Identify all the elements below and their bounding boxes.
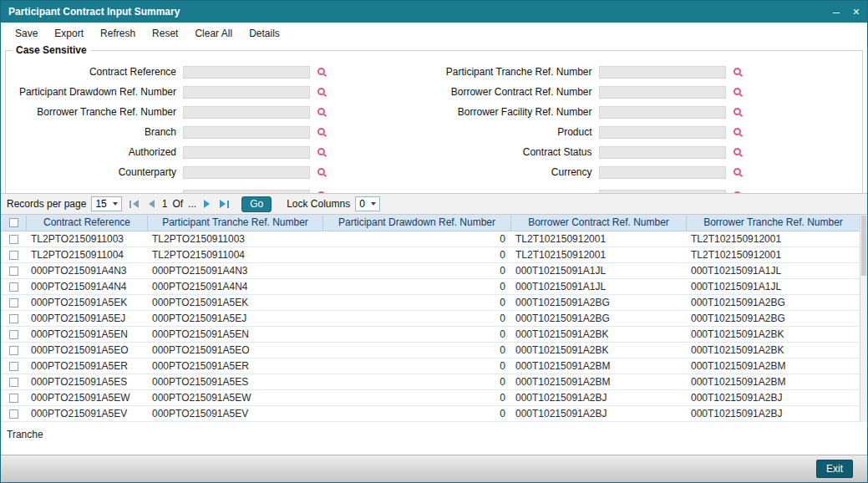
row-checkbox[interactable] (9, 298, 18, 308)
records-per-page-select[interactable]: 15 (91, 196, 121, 211)
table-row[interactable]: 000PTO215091A5EN 000PTO215091A5EN 0 000T… (1, 327, 860, 343)
table-row[interactable]: TL2PTO2150911004 TL2PTO2150911004 0 TL2T… (1, 247, 860, 263)
table-row[interactable]: 000PTO215091A5EJ 000PTO215091A5EJ 0 000T… (1, 311, 860, 327)
row-checkbox-cell (1, 298, 26, 308)
row-checkbox[interactable] (9, 314, 18, 323)
table-row[interactable]: TL2PTO2150911003 TL2PTO2150911003 0 TL2T… (1, 231, 860, 247)
field-input[interactable] (183, 126, 310, 139)
field-input[interactable] (183, 146, 310, 159)
lookup-search-icon[interactable] (733, 67, 743, 77)
field-input[interactable] (183, 106, 310, 119)
field-input[interactable] (183, 66, 310, 79)
select-all-checkbox[interactable] (9, 218, 18, 227)
lookup-search-icon[interactable] (317, 147, 327, 157)
row-checkbox[interactable] (9, 282, 18, 292)
field-label: Participant Tranche Ref. Number (434, 66, 599, 78)
lookup-search-icon[interactable] (733, 87, 743, 97)
table-row[interactable]: 000PTO215091A5EK 000PTO215091A5EK 0 000T… (1, 295, 860, 311)
row-checkbox[interactable] (9, 330, 18, 339)
cell-borrower-tranche-ref: 000T10215091A2BK (686, 327, 860, 342)
select-all-cell (1, 215, 26, 231)
cell-participant-tranche-ref: 000PTO215091A5EK (147, 295, 322, 310)
records-per-page-value: 15 (95, 198, 106, 210)
vertical-scrollbar[interactable] (860, 215, 867, 422)
lookup-search-icon[interactable] (733, 127, 743, 137)
field-input[interactable] (183, 190, 310, 194)
field-input[interactable] (599, 166, 726, 179)
row-checkbox[interactable] (9, 394, 18, 403)
row-checkbox-cell (1, 267, 26, 276)
first-page-icon[interactable] (127, 200, 141, 208)
cell-borrower-tranche-ref: 000T10215091A2BM (686, 358, 860, 374)
search-fields-left: Contract Reference Participant Drawdown … (8, 62, 434, 193)
field-input[interactable] (599, 106, 726, 119)
row-checkbox[interactable] (9, 346, 18, 355)
lookup-search-icon[interactable] (317, 127, 327, 137)
cell-participant-drawdown-ref: 0 (322, 311, 510, 326)
minimize-icon[interactable]: – (833, 6, 840, 18)
column-header[interactable]: Borrower Tranche Ref. Number (686, 215, 860, 231)
row-checkbox[interactable] (9, 378, 18, 387)
chevron-down-icon (371, 202, 376, 206)
lookup-search-icon[interactable] (733, 147, 743, 157)
table-row[interactable]: 000PTO215091A4N3 000PTO215091A4N3 0 000T… (1, 263, 860, 279)
field-input[interactable] (599, 86, 726, 99)
table-row[interactable]: 000PTO215091A5ES 000PTO215091A5ES 0 000T… (1, 374, 860, 390)
lookup-search-icon[interactable] (317, 107, 327, 117)
go-button[interactable]: Go (241, 196, 272, 212)
toolbar-item[interactable]: Reset (144, 28, 186, 39)
toolbar-item[interactable]: Save (7, 28, 46, 39)
table-row[interactable]: 000PTO215091A4N4 000PTO215091A4N4 0 000T… (1, 279, 860, 295)
table-row[interactable]: 000PTO215091A5EO 000PTO215091A5EO 0 000T… (1, 343, 860, 358)
field-input[interactable] (183, 86, 310, 99)
cell-participant-tranche-ref: 000PTO215091A4N4 (147, 279, 322, 294)
row-checkbox[interactable] (9, 235, 18, 244)
field-label: Contract Status (434, 146, 599, 158)
previous-page-icon[interactable] (146, 200, 157, 208)
row-checkbox[interactable] (9, 267, 18, 276)
lookup-search-icon[interactable] (733, 167, 743, 177)
cell-contract-reference: 000PTO215091A4N3 (26, 263, 147, 278)
field-label: Borrower Facility Ref. Number (434, 106, 599, 118)
table-row[interactable]: 000PTO215091A5EV 000PTO215091A5EV 0 000T… (1, 406, 860, 422)
column-header[interactable]: Participant Tranche Ref. Number (147, 215, 322, 231)
row-checkbox[interactable] (9, 251, 18, 260)
scrollbar-thumb[interactable] (861, 216, 866, 276)
last-page-icon[interactable] (217, 200, 231, 208)
lock-columns-select[interactable]: 0 (355, 196, 380, 211)
cell-borrower-contract-ref: 000T10215091A2BM (510, 374, 686, 389)
cell-participant-tranche-ref: 000PTO215091A5EJ (147, 311, 322, 326)
toolbar-item[interactable]: Clear All (186, 28, 241, 39)
search-field-row: Borrower Tranche Ref. Number (8, 102, 434, 122)
close-icon[interactable]: × (853, 6, 860, 18)
column-header[interactable]: Participant Drawdown Ref. Number (322, 215, 510, 231)
row-checkbox[interactable] (9, 362, 18, 371)
field-input[interactable] (599, 146, 726, 159)
lookup-search-icon[interactable] (317, 87, 327, 97)
lookup-search-icon[interactable] (733, 191, 743, 193)
table-header-row: Contract ReferenceParticipant Tranche Re… (1, 215, 860, 231)
next-page-icon[interactable] (201, 200, 212, 208)
toolbar-item[interactable]: Details (241, 28, 288, 39)
table-row[interactable]: 000PTO215091A5EW 000PTO215091A5EW 0 000T… (1, 390, 860, 406)
field-input[interactable] (183, 166, 310, 179)
results-grid: Contract ReferenceParticipant Tranche Re… (1, 215, 867, 422)
lookup-search-icon[interactable] (317, 191, 327, 193)
lookup-search-icon[interactable] (317, 67, 327, 77)
exit-button[interactable]: Exit (816, 460, 853, 478)
cell-participant-tranche-ref: 000PTO215091A4N3 (147, 263, 322, 278)
row-checkbox-cell (1, 394, 26, 403)
table-row[interactable]: 000PTO215091A5ER 000PTO215091A5ER 0 000T… (1, 358, 860, 374)
column-header[interactable]: Borrower Contract Ref. Number (510, 215, 686, 231)
lookup-search-icon[interactable] (733, 107, 743, 117)
lookup-search-icon[interactable] (317, 167, 327, 177)
field-input[interactable] (599, 126, 726, 139)
cell-participant-drawdown-ref: 0 (322, 358, 510, 374)
toolbar-item[interactable]: Refresh (92, 28, 144, 39)
field-input[interactable] (599, 66, 726, 79)
tab-tranche[interactable]: Tranche (7, 429, 43, 440)
field-input[interactable] (599, 190, 726, 194)
column-header[interactable]: Contract Reference (26, 215, 147, 231)
toolbar-item[interactable]: Export (46, 28, 92, 39)
row-checkbox[interactable] (9, 409, 18, 419)
